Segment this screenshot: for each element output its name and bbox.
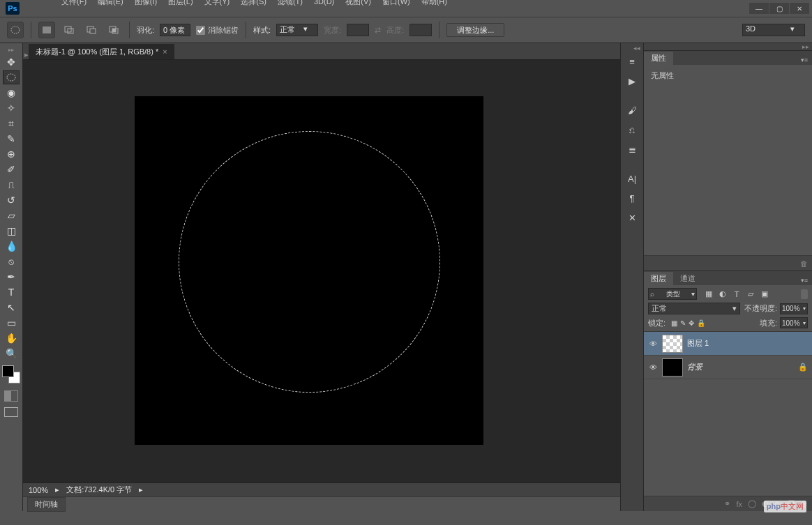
properties-menu-icon[interactable]: ▾≡ [797,55,812,65]
menu-window[interactable]: 窗口(W) [377,0,416,8]
layers-tab[interactable]: 图层 [644,272,673,285]
menu-edit[interactable]: 编辑(E) [92,0,129,8]
zoom-level[interactable]: 100% [29,486,48,494]
hand-tool[interactable]: ✋ [3,331,20,345]
pen-tool[interactable]: ✒ [3,270,20,284]
subtract-selection-icon[interactable] [83,22,100,38]
close-button[interactable]: ✕ [790,3,809,14]
paragraph-icon[interactable]: ¶ [623,190,641,206]
gradient-tool[interactable]: ◫ [3,224,20,238]
character-icon[interactable]: A| [623,170,641,187]
canvas-document[interactable] [135,96,483,445]
antialias-check-input[interactable] [196,26,205,35]
layer-name[interactable]: 背景 [687,362,702,372]
document-tab[interactable]: 未标题-1 @ 100% (图层 1, RGB/8) * × [29,44,174,59]
wand-tool[interactable]: ✧ [3,101,20,115]
new-selection-icon[interactable] [38,22,55,38]
lock-transparent-icon[interactable]: ▦ [671,319,677,327]
brush-preset-icon[interactable]: 🖌 [623,102,641,119]
history-icon[interactable]: ≡ [623,53,641,70]
feather-input[interactable] [160,24,190,36]
eyedropper-tool[interactable]: ✎ [3,132,20,146]
maximize-button[interactable]: ▢ [769,3,789,14]
tools-handle[interactable]: ▸▸ [1,47,21,52]
move-tool[interactable]: ✥ [3,55,20,69]
menu-type[interactable]: 文字(Y) [199,0,236,8]
lock-all-icon[interactable]: 🔒 [697,319,705,327]
filter-smart-icon[interactable]: ▣ [760,289,769,299]
panels-collapse-handle[interactable]: ▸▸ [644,43,812,50]
menu-layer[interactable]: 图层(L) [163,0,198,8]
menu-filter[interactable]: 滤镜(T) [272,0,308,8]
layer-mask-icon[interactable]: ◯ [748,499,756,508]
layer-thumbnail[interactable] [662,335,683,353]
trash-icon[interactable]: 🗑 [800,259,808,268]
opacity-input[interactable]: 100% [780,303,808,314]
type-tool[interactable]: T [3,285,20,299]
path-select-tool[interactable]: ↖ [3,300,20,314]
canvas-viewport[interactable] [23,60,620,482]
add-selection-icon[interactable] [61,22,77,38]
fill-input[interactable]: 100% [780,317,808,328]
zoom-tool[interactable]: 🔍 [3,347,20,360]
swatches-icon[interactable]: ⎌ [623,121,641,138]
layer-row[interactable]: 👁 图层 1 [644,332,812,356]
adjust-icon[interactable]: ≣ [623,141,641,158]
menu-image[interactable]: 图像(I) [129,0,163,8]
menu-file[interactable]: 文件(F) [56,0,92,8]
marquee-tool[interactable] [3,70,20,84]
filter-toggle[interactable] [801,289,808,299]
workspace-select[interactable]: 3D ▾ [742,24,805,36]
shape-tool[interactable]: ▭ [3,316,20,330]
timeline-tab[interactable]: 时间轴 [27,497,66,512]
doc-info[interactable]: 文档:732.4K/0 字节 [66,485,132,495]
doc-tab-handle[interactable]: ▸ [23,50,29,59]
dock-handle[interactable]: ◂◂ [621,45,643,52]
layer-row[interactable]: 👁 背景 🔒 [644,356,812,379]
status-flyout-icon[interactable]: ▸ [55,485,59,494]
dodge-tool[interactable]: ⍉ [3,254,20,268]
lock-pixels-icon[interactable]: ✎ [680,319,686,327]
color-swatch[interactable] [2,365,20,383]
stamp-tool[interactable]: ⎍ [3,178,20,192]
actions-icon[interactable]: ▶ [623,73,641,89]
layer-fx-icon[interactable]: fx [736,500,742,508]
foreground-color[interactable] [2,365,14,377]
screenmode-toggle[interactable] [4,407,18,417]
healing-tool[interactable]: ⊕ [3,147,20,161]
tools-icon[interactable]: ✕ [623,209,641,226]
layer-kind-select[interactable]: ⌕类型▾ [648,288,697,300]
menu-view[interactable]: 视图(V) [340,0,377,8]
menu-3d[interactable]: 3D(D) [308,0,340,7]
status-arrow-icon[interactable]: ▸ [139,485,143,494]
filter-pixel-icon[interactable]: ▦ [704,289,714,299]
visibility-icon[interactable]: 👁 [648,340,658,348]
lasso-tool[interactable]: ◉ [3,86,20,100]
antialias-checkbox[interactable]: 消除锯齿 [196,25,239,36]
quickmask-toggle[interactable] [4,390,18,402]
link-layers-icon[interactable]: ⚭ [724,499,730,508]
filter-shape-icon[interactable]: ▱ [746,289,755,299]
channels-tab[interactable]: 通道 [673,272,702,285]
filter-adjust-icon[interactable]: ◐ [718,289,728,299]
visibility-icon[interactable]: 👁 [648,363,658,372]
properties-tab[interactable]: 属性 [644,52,673,65]
filter-type-icon[interactable]: T [732,289,742,299]
menu-select[interactable]: 选择(S) [235,0,272,8]
layer-name[interactable]: 图层 1 [687,338,709,349]
brush-tool[interactable]: ✐ [3,162,20,176]
close-tab-icon[interactable]: × [163,47,167,56]
style-select[interactable]: 正常 ▾ [276,24,318,36]
layer-thumbnail[interactable] [662,358,683,376]
eraser-tool[interactable]: ▱ [3,208,20,222]
blur-tool[interactable]: 💧 [3,239,20,253]
lock-position-icon[interactable]: ✥ [689,319,694,327]
refine-edge-button[interactable]: 调整边缘... [446,23,504,37]
minimize-button[interactable]: — [749,3,769,14]
current-tool-icon[interactable] [7,22,24,38]
layers-menu-icon[interactable]: ▾≡ [797,275,812,285]
crop-tool[interactable]: ⌗ [3,116,20,130]
history-brush-tool[interactable]: ↺ [3,193,20,207]
menu-help[interactable]: 帮助(H) [416,0,453,8]
intersect-selection-icon[interactable] [105,22,122,38]
